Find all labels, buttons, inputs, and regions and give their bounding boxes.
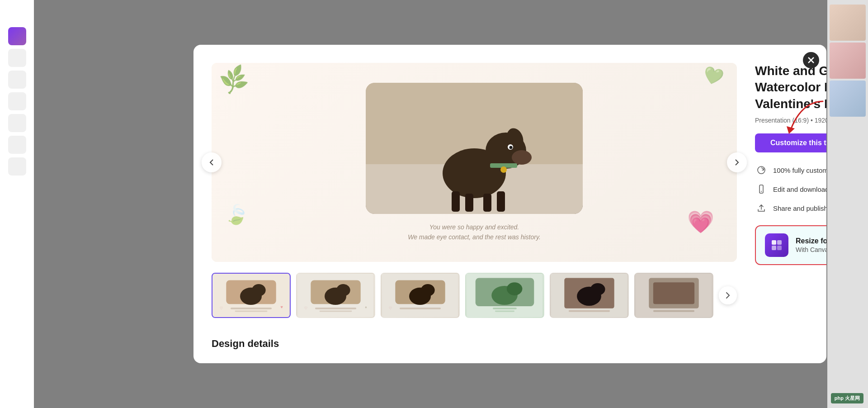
svg-rect-60 — [777, 240, 782, 245]
modal-close-button[interactable] — [803, 52, 819, 68]
thumb-preview-1: ♡ ♥ — [212, 274, 290, 317]
svg-rect-8 — [465, 194, 473, 212]
prev-arrow-button[interactable] — [202, 152, 222, 172]
svg-point-35 — [421, 284, 435, 296]
sidebar-item-6[interactable] — [8, 157, 26, 176]
svg-rect-22 — [231, 308, 272, 309]
feature-customizable-text: 100% fully customizable — [773, 166, 826, 174]
svg-rect-43 — [495, 311, 514, 312]
thumb-preview-3: ♡ — [382, 274, 459, 317]
svg-text:♡: ♡ — [304, 306, 307, 310]
thumbnail-5[interactable] — [550, 273, 629, 318]
dog-silhouette — [366, 83, 583, 214]
sidebar-item-4[interactable] — [8, 114, 26, 132]
thumb-inner-6 — [635, 274, 712, 317]
svg-point-11 — [512, 150, 532, 165]
chevron-left-icon — [208, 158, 216, 166]
right-thumb-1 — [830, 5, 866, 41]
dog-photo — [366, 83, 583, 214]
template-title: White and Green Watercolor Love for Pets… — [755, 63, 826, 112]
next-arrow-button[interactable] — [727, 152, 747, 172]
refresh-icon — [756, 165, 766, 175]
preview-line1: You were so happy and excited. — [408, 222, 541, 232]
svg-rect-56 — [760, 185, 763, 193]
svg-rect-30 — [315, 308, 356, 309]
chevron-right-icon — [733, 158, 741, 166]
close-icon — [807, 57, 815, 64]
thumbnail-6[interactable] — [634, 273, 713, 318]
svg-rect-51 — [653, 282, 694, 304]
svg-point-41 — [507, 282, 523, 295]
thumb-inner-3: ♡ — [382, 274, 459, 317]
svg-text:♡: ♡ — [220, 306, 223, 310]
chevron-right-small-icon — [724, 291, 732, 299]
share-icon-wrap — [755, 202, 768, 214]
preview-section: 🌿 💚 — [212, 63, 737, 350]
deco-hearts-top-right: 💚 — [701, 64, 725, 88]
thumb-inner-5 — [551, 274, 628, 317]
svg-rect-52 — [653, 310, 694, 312]
thumbnail-4[interactable] — [465, 273, 544, 318]
resize-text-wrap: Resize for free With Canva Pro, free for… — [796, 237, 826, 253]
dog-illustration — [366, 83, 583, 214]
sidebar-item-2[interactable] — [8, 71, 26, 89]
preview-canvas: 🌿 💚 — [212, 63, 737, 262]
thumbnail-3[interactable]: ♡ — [381, 273, 460, 318]
svg-rect-9 — [483, 194, 491, 212]
thumb-inner-4 — [466, 274, 543, 317]
refresh-icon-wrap — [755, 164, 768, 176]
feature-share-text: Share and publish anywhere — [773, 204, 826, 212]
sidebar-item-3[interactable] — [8, 92, 26, 110]
modal-body: 🌿 💚 — [212, 63, 808, 350]
svg-point-15 — [500, 166, 507, 173]
main-preview: 🌿 💚 — [212, 63, 737, 262]
action-row: Customize this template ••• — [755, 133, 826, 153]
svg-point-13 — [509, 146, 513, 149]
thumb-preview-4 — [466, 274, 543, 317]
svg-rect-62 — [777, 246, 782, 250]
thumb-preview-6 — [635, 274, 712, 317]
svg-marker-54 — [787, 126, 795, 134]
template-modal: 🌿 💚 — [193, 45, 826, 363]
deco-heart-bottom-right: 💗 — [687, 209, 714, 235]
preview-text-area: You were so happy and excited. We made e… — [408, 222, 541, 242]
sidebar-item-1[interactable] — [8, 49, 26, 67]
feature-edit-download: Edit and download on the go — [755, 183, 826, 195]
svg-text:♦: ♦ — [365, 305, 367, 309]
mobile-icon — [756, 184, 766, 194]
svg-rect-23 — [235, 311, 268, 312]
deco-leaves-bottom-left: 🍃 — [223, 202, 250, 228]
thumb-preview-2: ♡ ♦ — [297, 274, 374, 317]
sidebar-item-5[interactable] — [8, 136, 26, 154]
resize-title: Resize for free — [796, 237, 826, 245]
thumbnail-strip: ♡ ♥ — [212, 273, 737, 318]
svg-rect-61 — [772, 246, 776, 250]
thumbnail-2[interactable]: ♡ ♦ — [296, 273, 375, 318]
svg-rect-7 — [452, 191, 460, 212]
feature-customizable: 100% fully customizable — [755, 164, 826, 176]
sidebar — [0, 0, 34, 408]
thumb-inner-1: ♡ ♥ — [212, 274, 290, 317]
svg-rect-37 — [400, 308, 441, 309]
svg-rect-10 — [497, 191, 505, 212]
right-thumb-3 — [830, 81, 866, 117]
design-details-section: Design details — [212, 338, 737, 350]
thumb-preview-5 — [551, 274, 628, 317]
thumbnail-1[interactable]: ♡ ♥ — [212, 273, 291, 318]
right-thumb-2 — [830, 43, 866, 79]
resize-icon-wrap — [765, 233, 788, 257]
share-icon — [756, 203, 766, 213]
info-panel: White and Green Watercolor Love for Pets… — [755, 63, 826, 350]
customize-template-button[interactable]: Customize this template — [755, 133, 826, 152]
features-list: 100% fully customizable Edit and downloa… — [755, 164, 826, 214]
svg-rect-31 — [320, 311, 352, 312]
feature-edit-download-text: Edit and download on the go — [773, 185, 826, 193]
svg-rect-48 — [569, 310, 610, 312]
svg-point-19 — [252, 284, 266, 296]
resize-card[interactable]: Resize for free With Canva Pro, free for… — [755, 225, 826, 265]
svg-text:♡: ♡ — [389, 306, 392, 310]
template-meta: Presentation (16:9) • 1920 × 1080 px — [755, 117, 826, 124]
more-thumbnails-button[interactable] — [719, 286, 737, 304]
thumb-inner-2: ♡ ♦ — [297, 274, 374, 317]
mobile-icon-wrap — [755, 183, 768, 195]
